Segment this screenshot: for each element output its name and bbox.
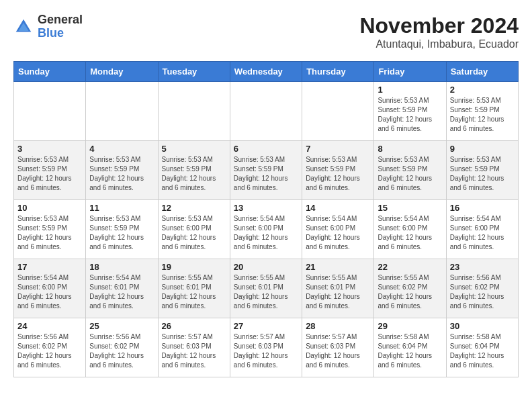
calendar-week-row: 1Sunrise: 5:53 AM Sunset: 5:59 PM Daylig… xyxy=(14,82,519,141)
calendar-cell xyxy=(158,82,230,141)
day-number: 6 xyxy=(234,144,298,154)
calendar-cell: 3Sunrise: 5:53 AM Sunset: 5:59 PM Daylig… xyxy=(14,141,86,200)
calendar-cell: 14Sunrise: 5:54 AM Sunset: 6:00 PM Dayli… xyxy=(302,200,374,259)
day-number: 2 xyxy=(450,85,515,95)
day-number: 25 xyxy=(89,321,154,331)
day-info: Sunrise: 5:53 AM Sunset: 5:59 PM Dayligh… xyxy=(378,96,442,134)
calendar-cell: 28Sunrise: 5:57 AM Sunset: 6:03 PM Dayli… xyxy=(302,318,374,377)
logo-text: General Blue xyxy=(38,13,83,40)
day-number: 5 xyxy=(162,144,226,154)
day-number: 30 xyxy=(450,321,515,331)
day-info: Sunrise: 5:54 AM Sunset: 6:00 PM Dayligh… xyxy=(450,214,515,252)
calendar-cell: 29Sunrise: 5:58 AM Sunset: 6:04 PM Dayli… xyxy=(374,318,446,377)
calendar-cell: 5Sunrise: 5:53 AM Sunset: 5:59 PM Daylig… xyxy=(158,141,230,200)
day-info: Sunrise: 5:56 AM Sunset: 6:02 PM Dayligh… xyxy=(17,332,82,370)
day-number: 29 xyxy=(378,321,442,331)
day-number: 23 xyxy=(450,262,515,272)
day-info: Sunrise: 5:57 AM Sunset: 6:03 PM Dayligh… xyxy=(306,332,370,370)
calendar-cell: 18Sunrise: 5:54 AM Sunset: 6:01 PM Dayli… xyxy=(86,259,158,318)
day-number: 22 xyxy=(378,262,442,272)
day-header-friday: Friday xyxy=(374,62,446,82)
page-header: General Blue November 2024 Atuntaqui, Im… xyxy=(13,13,519,50)
calendar-cell xyxy=(14,82,86,141)
day-info: Sunrise: 5:53 AM Sunset: 5:59 PM Dayligh… xyxy=(17,155,82,193)
day-header-monday: Monday xyxy=(86,62,158,82)
calendar-cell: 6Sunrise: 5:53 AM Sunset: 5:59 PM Daylig… xyxy=(230,141,302,200)
calendar-cell xyxy=(302,82,374,141)
calendar-cell: 16Sunrise: 5:54 AM Sunset: 6:00 PM Dayli… xyxy=(446,200,518,259)
logo: General Blue xyxy=(13,13,83,40)
day-info: Sunrise: 5:55 AM Sunset: 6:01 PM Dayligh… xyxy=(234,273,298,311)
calendar-cell: 24Sunrise: 5:56 AM Sunset: 6:02 PM Dayli… xyxy=(14,318,86,377)
day-number: 7 xyxy=(306,144,370,154)
day-number: 21 xyxy=(306,262,370,272)
day-number: 27 xyxy=(234,321,298,331)
day-info: Sunrise: 5:53 AM Sunset: 5:59 PM Dayligh… xyxy=(89,155,154,193)
calendar-cell: 4Sunrise: 5:53 AM Sunset: 5:59 PM Daylig… xyxy=(86,141,158,200)
day-number: 14 xyxy=(306,203,370,213)
calendar-cell: 7Sunrise: 5:53 AM Sunset: 5:59 PM Daylig… xyxy=(302,141,374,200)
day-info: Sunrise: 5:55 AM Sunset: 6:01 PM Dayligh… xyxy=(306,273,370,311)
day-info: Sunrise: 5:56 AM Sunset: 6:02 PM Dayligh… xyxy=(450,273,515,311)
day-number: 15 xyxy=(378,203,442,213)
day-info: Sunrise: 5:53 AM Sunset: 5:59 PM Dayligh… xyxy=(234,155,298,193)
calendar-cell: 21Sunrise: 5:55 AM Sunset: 6:01 PM Dayli… xyxy=(302,259,374,318)
calendar-cell: 11Sunrise: 5:53 AM Sunset: 5:59 PM Dayli… xyxy=(86,200,158,259)
day-info: Sunrise: 5:54 AM Sunset: 6:00 PM Dayligh… xyxy=(306,214,370,252)
day-number: 19 xyxy=(162,262,226,272)
day-info: Sunrise: 5:58 AM Sunset: 6:04 PM Dayligh… xyxy=(450,332,515,370)
day-number: 24 xyxy=(17,321,82,331)
day-info: Sunrise: 5:53 AM Sunset: 5:59 PM Dayligh… xyxy=(378,155,442,193)
calendar-cell xyxy=(86,82,158,141)
day-number: 9 xyxy=(450,144,515,154)
day-info: Sunrise: 5:58 AM Sunset: 6:04 PM Dayligh… xyxy=(378,332,442,370)
day-info: Sunrise: 5:54 AM Sunset: 6:00 PM Dayligh… xyxy=(378,214,442,252)
day-info: Sunrise: 5:53 AM Sunset: 5:59 PM Dayligh… xyxy=(17,214,82,252)
day-number: 28 xyxy=(306,321,370,331)
day-info: Sunrise: 5:55 AM Sunset: 6:02 PM Dayligh… xyxy=(378,273,442,311)
calendar-cell: 12Sunrise: 5:53 AM Sunset: 6:00 PM Dayli… xyxy=(158,200,230,259)
day-header-saturday: Saturday xyxy=(446,62,518,82)
day-info: Sunrise: 5:53 AM Sunset: 5:59 PM Dayligh… xyxy=(306,155,370,193)
calendar-cell: 9Sunrise: 5:53 AM Sunset: 5:59 PM Daylig… xyxy=(446,141,518,200)
location-subtitle: Atuntaqui, Imbabura, Ecuador xyxy=(359,38,519,50)
day-info: Sunrise: 5:57 AM Sunset: 6:03 PM Dayligh… xyxy=(162,332,226,370)
calendar-cell: 22Sunrise: 5:55 AM Sunset: 6:02 PM Dayli… xyxy=(374,259,446,318)
day-number: 26 xyxy=(162,321,226,331)
day-info: Sunrise: 5:57 AM Sunset: 6:03 PM Dayligh… xyxy=(234,332,298,370)
day-number: 17 xyxy=(17,262,82,272)
day-number: 4 xyxy=(89,144,154,154)
calendar-cell: 17Sunrise: 5:54 AM Sunset: 6:00 PM Dayli… xyxy=(14,259,86,318)
calendar-cell: 20Sunrise: 5:55 AM Sunset: 6:01 PM Dayli… xyxy=(230,259,302,318)
day-header-wednesday: Wednesday xyxy=(230,62,302,82)
day-info: Sunrise: 5:54 AM Sunset: 6:00 PM Dayligh… xyxy=(17,273,82,311)
calendar-cell: 13Sunrise: 5:54 AM Sunset: 6:00 PM Dayli… xyxy=(230,200,302,259)
calendar-cell: 27Sunrise: 5:57 AM Sunset: 6:03 PM Dayli… xyxy=(230,318,302,377)
calendar-week-row: 24Sunrise: 5:56 AM Sunset: 6:02 PM Dayli… xyxy=(14,318,519,377)
calendar-cell: 1Sunrise: 5:53 AM Sunset: 5:59 PM Daylig… xyxy=(374,82,446,141)
day-header-sunday: Sunday xyxy=(14,62,86,82)
day-header-tuesday: Tuesday xyxy=(158,62,230,82)
day-info: Sunrise: 5:53 AM Sunset: 5:59 PM Dayligh… xyxy=(450,155,515,193)
day-number: 8 xyxy=(378,144,442,154)
calendar-cell: 30Sunrise: 5:58 AM Sunset: 6:04 PM Dayli… xyxy=(446,318,518,377)
calendar-week-row: 3Sunrise: 5:53 AM Sunset: 5:59 PM Daylig… xyxy=(14,141,519,200)
day-info: Sunrise: 5:53 AM Sunset: 5:59 PM Dayligh… xyxy=(89,214,154,252)
day-info: Sunrise: 5:53 AM Sunset: 5:59 PM Dayligh… xyxy=(162,155,226,193)
calendar-cell xyxy=(230,82,302,141)
day-info: Sunrise: 5:53 AM Sunset: 5:59 PM Dayligh… xyxy=(450,96,515,134)
calendar-header-row: SundayMondayTuesdayWednesdayThursdayFrid… xyxy=(14,62,519,82)
calendar-week-row: 10Sunrise: 5:53 AM Sunset: 5:59 PM Dayli… xyxy=(14,200,519,259)
calendar-table: SundayMondayTuesdayWednesdayThursdayFrid… xyxy=(13,61,519,377)
calendar-cell: 15Sunrise: 5:54 AM Sunset: 6:00 PM Dayli… xyxy=(374,200,446,259)
day-info: Sunrise: 5:54 AM Sunset: 6:00 PM Dayligh… xyxy=(234,214,298,252)
day-number: 16 xyxy=(450,203,515,213)
day-number: 12 xyxy=(162,203,226,213)
day-info: Sunrise: 5:56 AM Sunset: 6:02 PM Dayligh… xyxy=(89,332,154,370)
day-number: 20 xyxy=(234,262,298,272)
calendar-cell: 26Sunrise: 5:57 AM Sunset: 6:03 PM Dayli… xyxy=(158,318,230,377)
day-number: 1 xyxy=(378,85,442,95)
day-number: 3 xyxy=(17,144,82,154)
day-number: 18 xyxy=(89,262,154,272)
calendar-cell: 23Sunrise: 5:56 AM Sunset: 6:02 PM Dayli… xyxy=(446,259,518,318)
